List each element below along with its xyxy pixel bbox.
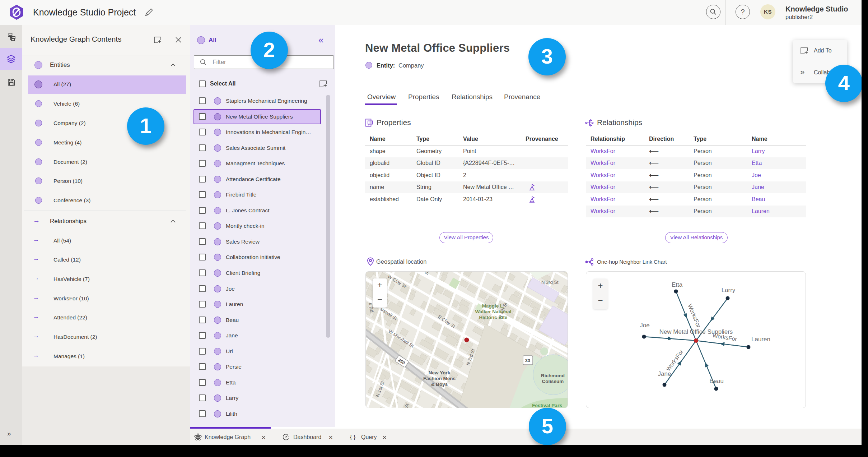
svg-text:Etta: Etta (672, 281, 683, 288)
svg-text:Coliseum: Coliseum (542, 379, 564, 384)
svg-text:Festival Park: Festival Park (532, 403, 562, 408)
svg-text:WorksFor: WorksFor (687, 303, 702, 329)
svg-text:& Boys: & Boys (431, 382, 448, 387)
svg-text:Joe: Joe (640, 322, 649, 329)
svg-text:Historic Site: Historic Site (479, 315, 508, 320)
svg-text:Richmond: Richmond (541, 373, 565, 378)
svg-text:Fashion Mens: Fashion Mens (423, 376, 456, 381)
svg-text:Walker National: Walker National (475, 309, 512, 314)
svg-text:Maggie L.: Maggie L. (482, 303, 504, 309)
svg-text:New York: New York (429, 370, 451, 375)
svg-text:Beau: Beau (709, 378, 724, 384)
svg-text:N 3rd St: N 3rd St (541, 280, 559, 285)
svg-text:33: 33 (525, 358, 530, 363)
svg-text:Larry: Larry (722, 287, 736, 294)
svg-text:Lauren: Lauren (751, 336, 770, 343)
